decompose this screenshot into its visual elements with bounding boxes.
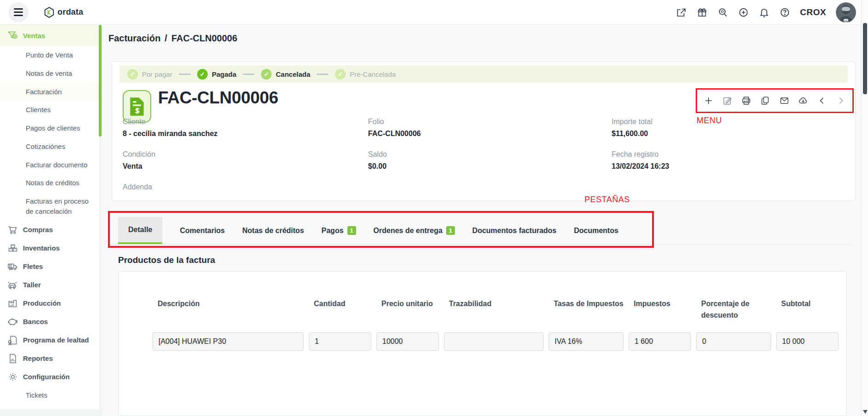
invoice-title: FAC-CLN00006 bbox=[158, 88, 278, 108]
porcentaje-descuento-input[interactable] bbox=[696, 332, 771, 351]
edit-button[interactable] bbox=[722, 96, 732, 106]
sidebar-item-taller[interactable]: Taller bbox=[0, 276, 102, 294]
sidebar-item-facturar-documento[interactable]: Facturar documento bbox=[0, 156, 102, 174]
step-cancelada: ✓ Cancelada bbox=[261, 69, 310, 80]
sidebar-item-inventarios[interactable]: Inventarios bbox=[0, 239, 102, 257]
hamburger-menu-button[interactable] bbox=[8, 2, 28, 23]
column-header: Descripción bbox=[153, 298, 304, 322]
sidebar-footer-band bbox=[0, 409, 102, 416]
check-icon: ✓ bbox=[197, 69, 208, 80]
trazabilidad-input[interactable] bbox=[444, 332, 544, 351]
tab-comentarios[interactable]: Comentarios bbox=[180, 217, 225, 244]
check-icon: ✓ bbox=[335, 69, 346, 80]
sidebar-item-clientes[interactable]: Clientes bbox=[0, 101, 102, 119]
topbar-actions: CROX bbox=[676, 0, 856, 25]
sidebar-item-fletes[interactable]: Fletes bbox=[0, 257, 102, 276]
cantidad-input[interactable] bbox=[309, 332, 371, 351]
external-link-icon[interactable] bbox=[676, 7, 687, 18]
sidebar-item-ventas[interactable]: Ventas bbox=[0, 25, 102, 46]
bell-icon[interactable] bbox=[759, 7, 770, 18]
sidebar-item-pagos-de-clientes[interactable]: Pagos de clientes bbox=[0, 119, 102, 137]
tab-documentos-facturados[interactable]: Documentos facturados bbox=[472, 217, 556, 244]
sidebar-item-bancos[interactable]: Bancos bbox=[0, 313, 102, 331]
precio-unitario-input[interactable] bbox=[376, 332, 439, 351]
sidebar-item-notas-de-venta[interactable]: Notas de venta bbox=[0, 64, 102, 83]
tasas-impuestos-input[interactable] bbox=[549, 332, 624, 351]
sidebar-item-tickets[interactable]: Tickets bbox=[0, 386, 102, 405]
field-saldo: Saldo $0.00 bbox=[368, 150, 421, 171]
tab-pagos[interactable]: Pagos1 bbox=[322, 217, 356, 244]
breadcrumb-current: FAC-CLN00006 bbox=[171, 33, 237, 43]
field-addenda: Addenda bbox=[123, 182, 217, 199]
breadcrumb-separator: / bbox=[165, 33, 167, 43]
check-icon: ✓ bbox=[127, 69, 138, 80]
avatar[interactable] bbox=[836, 2, 856, 23]
tab-ordenes-de-entrega[interactable]: Ordenes de entrega1 bbox=[374, 217, 455, 244]
column-header: Trazabilidad bbox=[444, 298, 544, 322]
previous-button[interactable] bbox=[817, 96, 827, 106]
brand-name: ordata bbox=[57, 7, 83, 17]
sidebar-item-notas-de-creditos[interactable]: Notas de créditos bbox=[0, 174, 102, 192]
add-button[interactable] bbox=[703, 96, 714, 106]
descripcion-input[interactable] bbox=[153, 332, 304, 351]
sidebar-item-punto-de-venta[interactable]: Punto de Venta bbox=[0, 46, 102, 64]
gift-icon[interactable] bbox=[697, 7, 708, 18]
impuestos-input[interactable] bbox=[629, 332, 691, 351]
annotation-menu-label: MENU bbox=[697, 116, 722, 125]
step-por-pagar: ✓ Por pagar bbox=[127, 69, 172, 80]
report-document-icon bbox=[7, 353, 18, 364]
sidebar-item-programa-de-lealtad[interactable]: Programa de lealtad bbox=[0, 331, 102, 349]
action-toolbar bbox=[696, 88, 854, 113]
step-pagada: ✓ Pagada bbox=[197, 69, 236, 80]
cart-icon bbox=[7, 224, 18, 235]
field-importe-total: Importe total $11,600.00 bbox=[612, 117, 669, 138]
tabs-divider bbox=[108, 244, 853, 245]
brand-logo[interactable]: ordata bbox=[43, 6, 83, 18]
subtotal-input[interactable] bbox=[776, 332, 839, 351]
page-scrollbar-thumb[interactable] bbox=[863, 23, 867, 94]
copy-button[interactable] bbox=[760, 96, 770, 106]
scrollbar-down-arrow[interactable] bbox=[863, 410, 868, 414]
search-icon[interactable] bbox=[717, 7, 728, 18]
next-button[interactable] bbox=[836, 96, 846, 106]
column-header: Porcentaje de descuento bbox=[696, 298, 771, 322]
sidebar-item-facturacion[interactable]: Facturación bbox=[0, 83, 102, 101]
column-tasas-de-impuestos: Tasas de Impuestos bbox=[549, 298, 624, 351]
plus-circle-icon[interactable] bbox=[738, 7, 749, 18]
help-icon[interactable] bbox=[779, 7, 790, 18]
step-connector bbox=[243, 74, 255, 75]
breadcrumb: Facturación/FAC-CLN00006 bbox=[108, 33, 237, 44]
field-condicion: Condición Venta bbox=[123, 150, 217, 171]
column-descripcion: Descripción bbox=[153, 298, 304, 351]
column-trazabilidad: Trazabilidad bbox=[444, 298, 544, 351]
page-scrollbar[interactable] bbox=[861, 0, 868, 416]
sidebar-item-facturas-en-proceso[interactable]: Facturas en proceso de cancelación bbox=[0, 192, 102, 221]
column-header: Cantidad bbox=[309, 298, 371, 322]
sidebar-item-cotizaciones[interactable]: Cotizaciónes bbox=[0, 137, 102, 156]
column-impuestos: Impuestos bbox=[629, 298, 691, 351]
sidebar-item-reportes[interactable]: Reportes bbox=[0, 349, 102, 368]
car-icon bbox=[7, 279, 18, 291]
step-connector bbox=[317, 74, 329, 75]
step-connector bbox=[179, 74, 191, 75]
field-fecha-registro: Fecha registro 13/02/2024 16:23 bbox=[612, 150, 669, 171]
email-button[interactable] bbox=[779, 96, 789, 106]
field-cliente: Cliente 8 - cecilia miranda sanchez bbox=[123, 117, 217, 138]
sidebar: Ventas Punto de Venta Notas de venta Fac… bbox=[0, 25, 102, 416]
column-precio-unitario: Precio unitario bbox=[376, 298, 439, 351]
sidebar-item-configuracion[interactable]: Configuración bbox=[0, 368, 102, 386]
factory-icon bbox=[7, 298, 18, 309]
sidebar-scrollbar-thumb[interactable] bbox=[99, 25, 102, 137]
funnel-dollar-icon bbox=[7, 30, 18, 41]
tab-notas-de-creditos[interactable]: Notas de créditos bbox=[242, 217, 304, 244]
field-folio: Folio FAC-CLN00006 bbox=[368, 117, 421, 138]
print-button[interactable] bbox=[741, 96, 751, 106]
tab-detalle[interactable]: Detalle bbox=[118, 217, 162, 244]
column-header: Precio unitario bbox=[376, 298, 439, 322]
breadcrumb-section[interactable]: Facturación bbox=[108, 33, 160, 43]
invoice-card: ✓ Por pagar ✓ Pagada ✓ Cancelada ✓ Pre-C… bbox=[112, 61, 856, 201]
sidebar-item-compras[interactable]: Compras bbox=[0, 221, 102, 239]
tab-documentos[interactable]: Documentos bbox=[574, 217, 618, 244]
sidebar-item-produccion[interactable]: Producción bbox=[0, 294, 102, 313]
download-button[interactable] bbox=[798, 96, 808, 106]
